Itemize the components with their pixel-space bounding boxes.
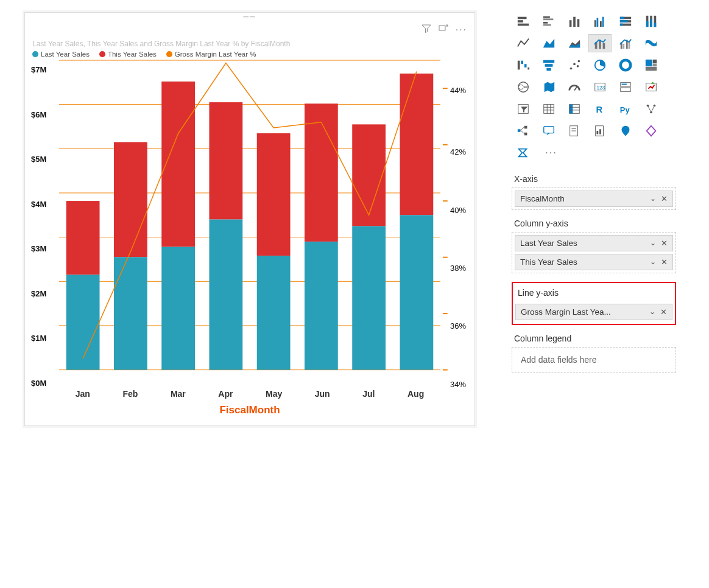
- plot-area: $7M $6M $5M $4M $3M $2M $1M $0M 44% 42% …: [59, 60, 440, 383]
- clustered-bar-icon[interactable]: [537, 12, 560, 30]
- legend-marker-last-year: [32, 51, 38, 57]
- chart-visual[interactable]: ══ ··· Last Year Sales, This Year Sales …: [24, 12, 475, 426]
- svg-rect-67: [527, 68, 529, 70]
- svg-rect-46: [620, 17, 624, 19]
- decomposition-tree-icon[interactable]: [512, 122, 535, 140]
- kpi-icon[interactable]: [640, 78, 663, 96]
- drag-handle[interactable]: ══: [25, 13, 474, 21]
- legend-label: Last Year Sales: [41, 51, 90, 58]
- legend-label: Gross Margin Last Year %: [175, 51, 256, 58]
- field-pill-last-year-sales[interactable]: Last Year Sales ⌄✕: [515, 235, 673, 251]
- gauge-icon[interactable]: [563, 78, 586, 96]
- svg-rect-37: [543, 24, 551, 26]
- remove-field-icon[interactable]: ✕: [661, 194, 668, 203]
- card-icon[interactable]: 123: [588, 78, 612, 96]
- legend-label: This Year Sales: [108, 51, 157, 58]
- svg-rect-52: [646, 21, 649, 27]
- treemap-icon[interactable]: [640, 56, 663, 74]
- svg-point-73: [577, 65, 579, 68]
- column-legend-well: Column legend Add data fields here: [512, 334, 676, 373]
- svg-rect-15: [66, 201, 100, 275]
- remove-field-icon[interactable]: ✕: [661, 239, 668, 248]
- 100-stacked-column-icon[interactable]: [640, 12, 663, 30]
- field-pill-gross-margin[interactable]: Gross Margin Last Yea... ⌄✕: [515, 304, 672, 320]
- svg-point-81: [518, 82, 529, 93]
- r-visual-icon[interactable]: R: [588, 100, 612, 118]
- svg-rect-68: [543, 60, 554, 63]
- chevron-down-icon[interactable]: ⌄: [650, 194, 656, 203]
- chevron-down-icon[interactable]: ⌄: [650, 239, 656, 248]
- well-title: Line y-axis: [518, 288, 670, 298]
- ribbon-chart-icon[interactable]: [640, 34, 663, 52]
- svg-point-74: [578, 60, 580, 63]
- line-chart-icon[interactable]: [512, 34, 535, 52]
- qa-visual-icon[interactable]: [537, 122, 560, 140]
- scatter-icon[interactable]: [563, 56, 586, 74]
- narrative-icon[interactable]: [563, 122, 586, 140]
- multi-row-card-icon[interactable]: [614, 78, 637, 96]
- svg-text:123: 123: [597, 85, 605, 91]
- svg-rect-42: [597, 18, 599, 27]
- svg-rect-25: [305, 103, 338, 242]
- pie-icon[interactable]: [588, 56, 612, 74]
- matrix-icon[interactable]: [563, 100, 586, 118]
- focus-mode-icon[interactable]: [439, 24, 448, 36]
- visualizations-pane: 123 R Py ··· X-axis FiscalM: [512, 12, 676, 381]
- field-pill-fiscalmonth[interactable]: FiscalMonth ⌄✕: [515, 191, 673, 207]
- svg-rect-20: [161, 247, 195, 370]
- svg-rect-24: [257, 256, 291, 369]
- line-stacked-column-icon[interactable]: [588, 34, 612, 52]
- field-pill-this-year-sales[interactable]: This Year Sales ⌄✕: [515, 254, 673, 270]
- stacked-bar-icon[interactable]: [512, 12, 535, 30]
- filter-icon[interactable]: [422, 24, 431, 36]
- well-title: Column y-axis: [514, 219, 674, 228]
- power-automate-icon[interactable]: [512, 144, 535, 162]
- remove-field-icon[interactable]: ✕: [661, 257, 668, 267]
- svg-rect-50: [620, 24, 623, 26]
- svg-rect-105: [524, 126, 527, 129]
- chevron-down-icon[interactable]: ⌄: [649, 307, 655, 317]
- paginated-report-icon[interactable]: [588, 122, 612, 140]
- field-label: Last Year Sales: [520, 239, 645, 248]
- svg-rect-0: [439, 26, 445, 30]
- map-icon[interactable]: [512, 78, 535, 96]
- svg-rect-77: [646, 60, 652, 66]
- svg-rect-106: [524, 133, 527, 136]
- svg-rect-36: [543, 22, 548, 24]
- donut-icon[interactable]: [614, 56, 637, 74]
- svg-point-72: [573, 63, 576, 65]
- python-visual-icon[interactable]: Py: [614, 100, 637, 118]
- get-more-visuals-icon[interactable]: ···: [537, 144, 560, 162]
- svg-rect-112: [597, 131, 599, 135]
- key-influencers-icon[interactable]: [640, 100, 663, 118]
- chart-legend: Last Year Sales This Year Sales Gross Ma…: [25, 51, 474, 60]
- remove-field-icon[interactable]: ✕: [660, 307, 667, 317]
- empty-well[interactable]: Add data fields here: [512, 347, 676, 373]
- well-placeholder: Add data fields here: [515, 350, 673, 369]
- legend-marker-this-year: [99, 51, 105, 57]
- svg-rect-23: [257, 133, 291, 256]
- stacked-area-icon[interactable]: [563, 34, 586, 52]
- clustered-column-icon[interactable]: [588, 12, 612, 30]
- waterfall-icon[interactable]: [512, 56, 535, 74]
- funnel-icon[interactable]: [537, 56, 560, 74]
- column-y-axis-well: Column y-axis Last Year Sales ⌄✕ This Ye…: [512, 219, 676, 273]
- 100-stacked-bar-icon[interactable]: [614, 12, 637, 30]
- well-title: X-axis: [514, 174, 674, 184]
- more-options-icon[interactable]: ···: [456, 24, 467, 35]
- powerapps-icon[interactable]: [640, 122, 663, 140]
- svg-rect-26: [305, 242, 338, 370]
- svg-rect-16: [66, 275, 100, 369]
- arcgis-icon[interactable]: [614, 122, 637, 140]
- stacked-column-icon[interactable]: [563, 12, 586, 30]
- line-clustered-column-icon[interactable]: [614, 34, 637, 52]
- svg-rect-61: [623, 44, 624, 49]
- filled-map-icon[interactable]: [537, 78, 560, 96]
- area-chart-icon[interactable]: [537, 34, 560, 52]
- table-icon[interactable]: [537, 100, 560, 118]
- svg-rect-28: [352, 226, 386, 369]
- chevron-down-icon[interactable]: ⌄: [650, 257, 656, 267]
- slicer-icon[interactable]: [512, 100, 535, 118]
- svg-rect-27: [352, 124, 386, 226]
- svg-text:R: R: [596, 105, 603, 114]
